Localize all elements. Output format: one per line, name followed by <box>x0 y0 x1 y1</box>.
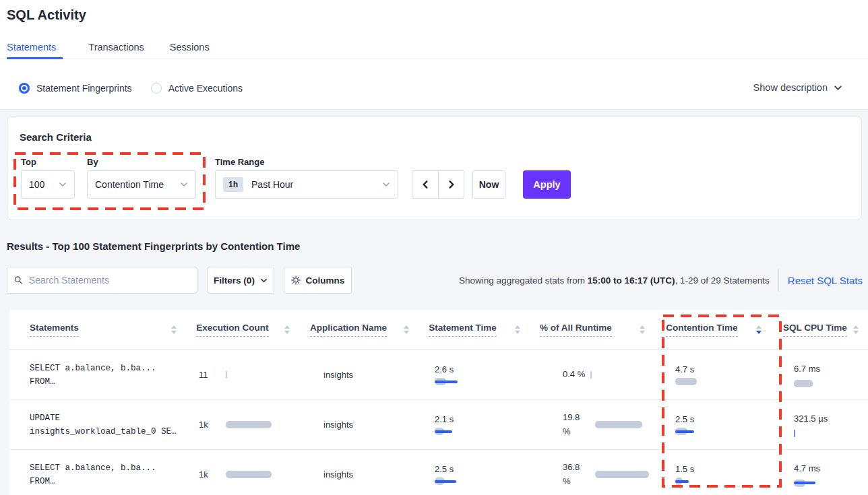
sort-icon[interactable] <box>640 325 645 334</box>
chevron-down-icon <box>834 84 842 92</box>
sort-icon[interactable] <box>515 325 520 334</box>
table-header-row: Statements Execution Count Application N… <box>9 310 868 350</box>
sort-icon[interactable] <box>284 325 290 334</box>
sql-cpu-time-bar <box>794 479 805 487</box>
chevron-down-icon <box>382 180 390 189</box>
column-label: Contention Time <box>666 323 737 337</box>
page-title: SQL Activity <box>7 7 86 23</box>
next-time-range-button[interactable] <box>438 171 464 198</box>
radio-statement-fingerprints[interactable] <box>19 83 30 94</box>
by-select-value: Contention Time <box>95 179 180 190</box>
filters-label: Filters (0) <box>214 275 255 286</box>
column-label: % of All Runtime <box>540 323 612 337</box>
sql-cpu-time-cell: 6.7 ms <box>782 362 868 387</box>
sql-cpu-time-cell: 321.5 µs <box>782 412 868 437</box>
tab-statements[interactable]: Statements <box>7 38 63 59</box>
statement-line-2: insights_workload_table_0 SE… <box>30 425 189 438</box>
column-label: Statements <box>30 323 79 337</box>
column-header-contention-time[interactable]: Contention Time <box>654 323 771 337</box>
column-header-statement-time[interactable]: Statement Time <box>418 323 530 337</box>
chevron-left-icon <box>421 180 430 189</box>
statement-line-2: FROM… <box>30 475 189 488</box>
contention-time-cell: 2.5 s <box>664 414 782 436</box>
time-range-label: Time Range <box>215 157 264 167</box>
statement-time-cell: 2.6 s <box>425 364 537 386</box>
column-header-application-name[interactable]: Application Name <box>299 323 418 337</box>
statement-time-bar <box>435 428 444 436</box>
column-label: Statement Time <box>429 323 496 337</box>
stats-prefix: Showing aggregated stats from <box>459 275 588 286</box>
now-button[interactable]: Now <box>472 170 505 199</box>
column-header-execution-count[interactable]: Execution Count <box>186 323 299 337</box>
application-name-cell: insights <box>303 469 425 480</box>
sql-cpu-time-bar <box>794 379 813 387</box>
sort-icon[interactable] <box>853 325 859 334</box>
columns-label: Columns <box>306 275 345 286</box>
application-name-cell: insights <box>303 370 425 380</box>
pct-runtime-cell: 19.8 % <box>537 411 664 438</box>
column-label: SQL CPU Time <box>783 323 847 337</box>
table-row: SELECT a.balance, b.ba...FROM… 11 insigh… <box>9 350 868 400</box>
radio-active-executions[interactable] <box>151 83 162 94</box>
tab-transactions[interactable]: Transactions <box>88 38 144 59</box>
search-statements-input[interactable] <box>29 275 190 286</box>
pct-runtime-cell: 36.8 % <box>537 461 664 488</box>
tab-bar: Statements Transactions Sessions <box>0 38 868 59</box>
time-range-select[interactable]: 1h Past Hour <box>215 170 398 199</box>
top-select-value: 100 <box>29 179 59 190</box>
radio-label-statement-fingerprints: Statement Fingerprints <box>36 83 132 94</box>
search-icon <box>14 275 23 285</box>
page-header: SQL Activity Statements Transactions Ses… <box>0 0 868 110</box>
column-label: Application Name <box>310 323 387 337</box>
view-mode-row: Statement Fingerprints Active Executions <box>19 80 243 96</box>
aggregated-stats-text: Showing aggregated stats from 15:00 to 1… <box>459 275 770 286</box>
statements-table: Statements Execution Count Application N… <box>9 310 868 495</box>
columns-button[interactable]: Columns <box>284 267 352 294</box>
statement-time-cell: 2.1 s <box>425 414 537 436</box>
show-description-label: Show description <box>753 82 828 93</box>
statement-time-value: 2.1 s <box>435 414 454 424</box>
previous-time-range-button[interactable] <box>412 171 438 198</box>
sql-cpu-time-value: 4.7 ms <box>794 462 820 475</box>
tab-sessions[interactable]: Sessions <box>170 38 210 59</box>
by-select[interactable]: Contention Time <box>87 170 196 199</box>
time-range-badge: 1h <box>223 177 243 192</box>
pct-runtime-bar <box>595 471 649 479</box>
divider <box>778 269 779 292</box>
statement-fingerprint-link[interactable]: SELECT a.balance, b.ba...FROM… <box>9 461 189 488</box>
top-select[interactable]: 100 <box>21 170 75 199</box>
sort-icon[interactable] <box>171 325 177 334</box>
time-range-arrows <box>412 170 464 199</box>
table-row: SELECT a.balance, b.ba...FROM… 1k insigh… <box>9 450 868 495</box>
statement-fingerprint-link[interactable]: SELECT a.balance, b.ba...FROM… <box>9 362 189 389</box>
search-criteria-heading: Search Criteria <box>20 131 92 143</box>
filters-button[interactable]: Filters (0) <box>207 267 274 294</box>
pct-runtime-bar <box>590 370 592 378</box>
reset-sql-stats-link[interactable]: Reset SQL Stats <box>788 275 863 286</box>
column-label: Execution Count <box>196 323 268 337</box>
contention-time-cell: 4.7 s <box>664 364 782 386</box>
statement-line-1: UPDATE <box>30 411 189 425</box>
pct-runtime-value: 19.8 % <box>563 411 590 438</box>
sort-icon[interactable] <box>404 325 409 334</box>
statement-fingerprint-link[interactable]: UPDATEinsights_workload_table_0 SE… <box>9 411 189 438</box>
column-header-statements[interactable]: Statements <box>9 323 186 337</box>
statement-line-1: SELECT a.balance, b.ba... <box>30 362 189 375</box>
results-toolbar: Filters (0) Columns Showing aggregated s… <box>7 267 863 294</box>
column-header-pct-runtime[interactable]: % of All Runtime <box>530 323 654 337</box>
execution-count-value: 1k <box>199 420 226 430</box>
statement-time-cell: 2.5 s <box>425 464 537 486</box>
column-header-sql-cpu-time[interactable]: SQL CPU Time <box>771 323 868 337</box>
stats-time-range: 15:00 to 16:17 (UTC) <box>588 275 675 286</box>
chevron-right-icon <box>447 180 456 189</box>
statement-time-bar <box>435 477 445 486</box>
by-label: By <box>87 157 98 167</box>
chevron-down-icon <box>180 180 188 189</box>
execution-count-bar <box>226 421 272 429</box>
show-description-toggle[interactable]: Show description <box>753 82 842 93</box>
stats-suffix: , 1-29 of 29 Statements <box>675 275 769 286</box>
time-range-value: Past Hour <box>251 179 382 190</box>
sort-icon[interactable] <box>756 325 762 334</box>
apply-button[interactable]: Apply <box>523 170 571 199</box>
execution-count-cell: 1k <box>189 420 303 430</box>
